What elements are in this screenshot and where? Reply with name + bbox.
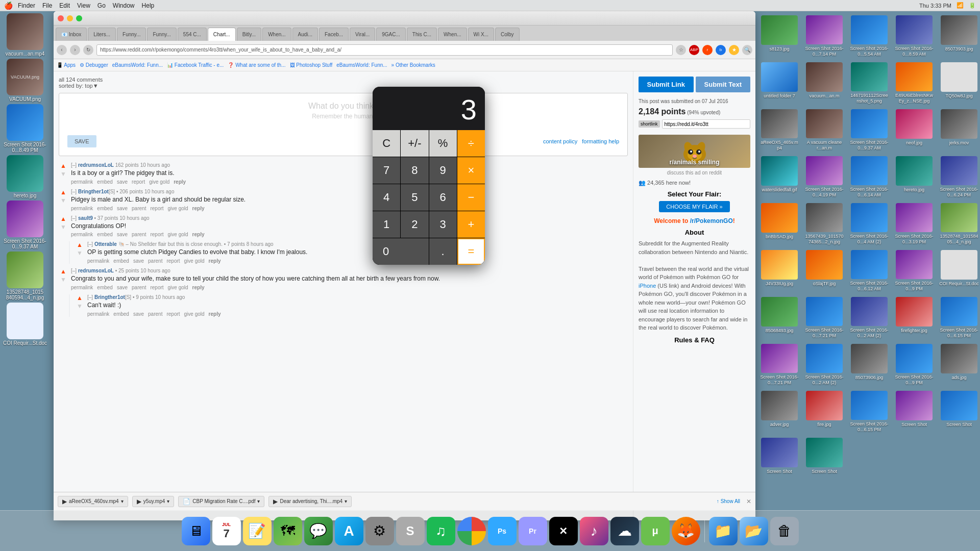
tab-colby[interactable]: Colby (495, 28, 520, 41)
desktop-icon-right-9[interactable]: TQ50w8J.jpg (937, 60, 980, 106)
bookmark-photoshop[interactable]: 🖼 Photoshop Stuff (290, 62, 333, 68)
tab-liters[interactable]: Liters... (88, 28, 116, 41)
upvote-arrow[interactable]: ▲ (60, 189, 66, 196)
choose-flair-button[interactable]: CHOOSE MY FLAIR » (659, 201, 729, 212)
calc-decimal[interactable]: . (429, 238, 457, 265)
upvote-arrow[interactable]: ▲ (60, 215, 66, 222)
save-button[interactable]: SAVE (67, 135, 96, 147)
forward-button[interactable]: › (70, 45, 80, 55)
upvote-arrow[interactable]: ▲ (77, 294, 83, 302)
desktop-icon-right-28[interactable]: Screen Shot 2016-0...9 PM (892, 248, 936, 294)
tab-this[interactable]: This C... (407, 28, 437, 41)
reply-button[interactable]: reply (209, 258, 221, 264)
back-button[interactable]: ‹ (57, 45, 67, 55)
bookmark-debugger[interactable]: ⚙ Debugger (80, 62, 108, 68)
menu-go[interactable]: Go (97, 2, 106, 9)
tab-9gac[interactable]: 9GAC... (376, 28, 406, 41)
desktop-icon-right-45[interactable]: Screen Shot (757, 436, 801, 482)
downvote-arrow[interactable]: ▼ (60, 276, 66, 283)
dock-chrome[interactable] (457, 517, 486, 545)
calc-2[interactable]: 2 (401, 211, 428, 238)
desktop-icon-right-38[interactable]: Screen Shot 2016-0...9 PM (892, 342, 936, 388)
tab-554[interactable]: 554 C... (178, 28, 207, 41)
desktop-icon-right-22[interactable]: Screen Shot 2016-0...4 AM (2) (847, 201, 891, 247)
tab-funny2[interactable]: Funny... (147, 28, 176, 41)
desktop-icon-right-30[interactable]: 85068493.jpg (757, 295, 801, 341)
calc-6[interactable]: 6 (429, 184, 457, 211)
extension-misc[interactable]: b (716, 45, 726, 55)
desktop-icon-right-10[interactable]: aReeOX5_465v.mp4 (757, 107, 801, 153)
desktop-icon-right-0[interactable]: s8123.jpg (757, 13, 801, 59)
calc-8[interactable]: 8 (401, 157, 428, 184)
address-bar[interactable]: https://www.reddit.com/r/pokemongo/comme… (96, 44, 673, 56)
desktop-icon-right-18[interactable]: hereto.jpg (892, 154, 936, 200)
close-download-bar[interactable]: ✕ (746, 498, 751, 505)
desktop-icon-right-27[interactable]: Screen Shot 2016-0...6.12 AM (847, 248, 891, 294)
desktop-icon-right-39[interactable]: ads.jpg (937, 342, 980, 388)
desktop-icon-hereto[interactable]: hereto.jpg (2, 155, 48, 198)
desktop-icon-right-8[interactable]: E49U6iEblresNKwEy_z...NSE.jpg (892, 60, 936, 106)
apple-menu[interactable]: 🍎 (4, 2, 13, 10)
calc-divide[interactable]: ÷ (457, 130, 485, 157)
desktop-icon-right-26[interactable]: oSlajTF.jpg (802, 248, 846, 294)
download-item-4[interactable]: ▶ Dear advertising, Thi....mp4 ▾ (268, 496, 352, 507)
upvote-arrow[interactable]: ▲ (60, 162, 66, 169)
tab-audi[interactable]: Audi... (292, 28, 318, 41)
comment-username[interactable]: Otterable (94, 241, 117, 247)
maximize-button[interactable] (76, 15, 82, 21)
comment-username[interactable]: sault9 (78, 215, 93, 221)
dock-maps[interactable]: 🗺 (274, 517, 302, 545)
bookmark-ebaums2[interactable]: eBaumsWorld: Funn... (336, 62, 387, 68)
search-icon[interactable]: 🔍 (742, 45, 752, 55)
download-item-2[interactable]: ▶ y5uy.mp4 ▾ (132, 496, 175, 507)
dock-spotify[interactable]: ♫ (427, 517, 455, 545)
dock-folder[interactable]: 📁 (709, 517, 738, 545)
calc-5[interactable]: 5 (401, 184, 428, 211)
upvote-arrow[interactable]: ▲ (60, 268, 66, 275)
desktop-icon-vacuum[interactable]: vacuum...an.mp4 (2, 13, 48, 57)
tab-funny1[interactable]: Funny... (117, 28, 146, 41)
calc-4[interactable]: 4 (373, 184, 400, 211)
dock-scrivener[interactable]: S (396, 517, 425, 545)
reply-button[interactable]: reply (192, 232, 205, 237)
extension-adbp[interactable]: ABP (689, 45, 699, 55)
desktop-icon-right-25[interactable]: J4V33IUg.jpg (757, 248, 801, 294)
refresh-button[interactable]: ↻ (83, 45, 93, 55)
desktop-icon-right-46[interactable]: Screen Shot (802, 436, 846, 482)
calc-add[interactable]: + (457, 211, 485, 238)
tab-facebook[interactable]: Faceb... (319, 28, 349, 41)
dock-steam[interactable]: ☁ (610, 517, 639, 545)
desktop-icon-right-19[interactable]: Screen Shot 2016-0...6.24 PM (937, 154, 980, 200)
shortlink-input[interactable] (662, 119, 750, 129)
desktop-icon-right-43[interactable]: Screen Shot (892, 389, 936, 435)
desktop-icon-right-14[interactable]: jerks.mov (937, 107, 980, 153)
desktop-icon-right-12[interactable]: Screen Shot 2016-0...9.37 AM (847, 107, 891, 153)
reply-button[interactable]: reply (192, 285, 205, 290)
dock-premiere[interactable]: Pr (519, 517, 547, 545)
tab-when[interactable]: When... (262, 28, 291, 41)
sidebar-ad-text[interactable]: discuss this ad on reddit (639, 170, 750, 176)
calc-subtract[interactable]: − (457, 184, 485, 211)
desktop-icon-right-36[interactable]: Screen Shot 2016-0...2 AM (2) (802, 342, 846, 388)
desktop-icon-right-29[interactable]: COI Requir...St.doc (937, 248, 980, 294)
desktop-icon-right-5[interactable]: untitled folder 7 (757, 60, 801, 106)
download-item-3[interactable]: 📄 CBP Migration Rate C....pdf ▾ (178, 496, 264, 507)
desktop-icon-screenshot2[interactable]: Screen Shot 2016-0...9.37 AM (2, 201, 48, 249)
subreddit-link[interactable]: /r/PokemonGO (690, 217, 733, 224)
desktop-icon-right-13[interactable]: neof.jpg (892, 107, 936, 153)
menu-file[interactable]: File (42, 2, 52, 9)
desktop-icon-right-31[interactable]: Screen Shot 2016-0...7.21 PM (802, 295, 846, 341)
tab-inbox[interactable]: 📧 Inbox (56, 28, 87, 41)
dock-folder2[interactable]: 📂 (740, 517, 768, 545)
bookmark-what[interactable]: ❓ What are some of th... (228, 62, 285, 68)
desktop-icon-right-42[interactable]: Screen Shot 2016-0...6.15 PM (847, 389, 891, 435)
dock-itunes[interactable]: ♪ (580, 517, 608, 545)
menu-view[interactable]: View (77, 2, 90, 9)
formatting-help-link[interactable]: formatting help (582, 138, 619, 144)
comment-username[interactable]: Bringther1ot (94, 294, 125, 300)
bookmark-button[interactable]: ☆ (676, 45, 686, 55)
menu-window[interactable]: Window (113, 2, 135, 9)
desktop-icon-right-11[interactable]: A vacuum cleaner...an.m (802, 107, 846, 153)
downvote-arrow[interactable]: ▼ (77, 303, 83, 310)
dock-notes[interactable]: 📝 (243, 517, 272, 545)
